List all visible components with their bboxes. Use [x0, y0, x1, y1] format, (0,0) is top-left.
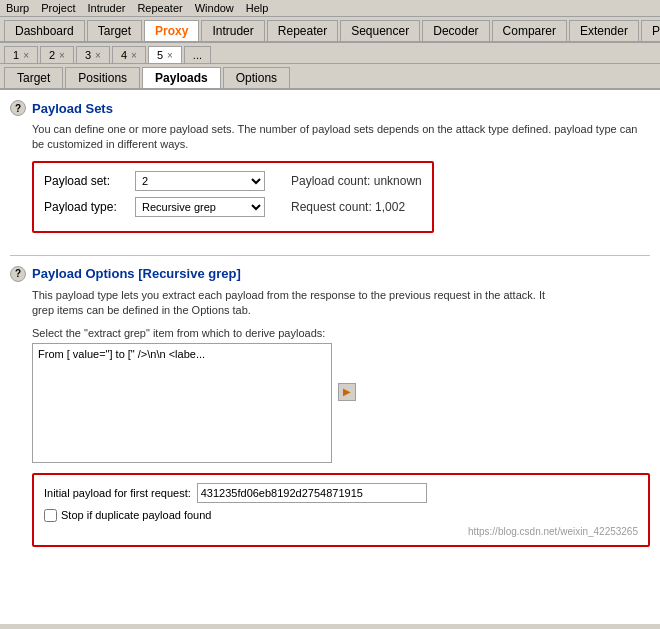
num-tab-bar: 1 × 2 × 3 × 4 × 5 × ... — [0, 43, 660, 64]
top-tab-bar: Dashboard Target Proxy Intruder Repeater… — [0, 17, 660, 43]
extract-row: From [ value="] to [" />\n\n <labe... ▶ — [32, 343, 650, 463]
menu-bar: Burp Project Intruder Repeater Window He… — [0, 0, 660, 17]
payload-set-row: Payload set: 2 1 3 Payload count: unknow… — [44, 171, 422, 191]
payload-type-row: Payload type: Recursive grep Simple list… — [44, 197, 422, 217]
tab-proxy[interactable]: Proxy — [144, 20, 199, 41]
tab-project[interactable]: Project — [641, 20, 660, 41]
num-tab-3-close[interactable]: × — [95, 50, 101, 61]
stop-duplicate-checkbox[interactable] — [44, 509, 57, 522]
payload-set-label: Payload set: — [44, 174, 129, 188]
payload-options-title: Payload Options [Recursive grep] — [32, 266, 241, 281]
payload-sets-help-icon[interactable]: ? — [10, 100, 26, 116]
initial-payload-row: Initial payload for first request: — [44, 483, 638, 503]
num-tab-5-close[interactable]: × — [167, 50, 173, 61]
menu-intruder[interactable]: Intruder — [88, 2, 126, 14]
num-tab-5[interactable]: 5 × — [148, 46, 182, 63]
num-tab-4-label: 4 — [121, 49, 127, 61]
payload-type-select[interactable]: Recursive grep Simple list Runtime file … — [135, 197, 265, 217]
initial-payload-label: Initial payload for first request: — [44, 487, 191, 499]
extract-label: Select the "extract grep" item from whic… — [32, 327, 650, 339]
extract-list[interactable]: From [ value="] to [" />\n\n <labe... — [32, 343, 332, 463]
menu-help[interactable]: Help — [246, 2, 269, 14]
tab-target[interactable]: Target — [87, 20, 142, 41]
tab-decoder[interactable]: Decoder — [422, 20, 489, 41]
num-tab-4-close[interactable]: × — [131, 50, 137, 61]
payload-options-desc-1: This payload type lets you extract each … — [32, 288, 650, 319]
watermark: https://blog.csdn.net/weixin_42253265 — [44, 526, 638, 537]
main-content: ? Payload Sets You can define one or mor… — [0, 90, 660, 624]
initial-payload-box: Initial payload for first request: Stop … — [32, 473, 650, 547]
list-item: From [ value="] to [" />\n\n <labe... — [35, 346, 329, 362]
payload-sets-title: Payload Sets — [32, 101, 113, 116]
payload-sets-form-box: Payload set: 2 1 3 Payload count: unknow… — [32, 161, 434, 233]
num-tab-3-label: 3 — [85, 49, 91, 61]
payload-options-header: ? Payload Options [Recursive grep] — [10, 266, 650, 282]
sub-tab-bar: Target Positions Payloads Options — [0, 64, 660, 90]
extract-arrow-button[interactable]: ▶ — [338, 383, 356, 401]
menu-window[interactable]: Window — [195, 2, 234, 14]
payload-options-help-icon[interactable]: ? — [10, 266, 26, 282]
num-tab-more[interactable]: ... — [184, 46, 211, 63]
tab-comparer[interactable]: Comparer — [492, 20, 567, 41]
menu-project[interactable]: Project — [41, 2, 75, 14]
payload-sets-header: ? Payload Sets — [10, 100, 650, 116]
tab-sequencer[interactable]: Sequencer — [340, 20, 420, 41]
tab-dashboard[interactable]: Dashboard — [4, 20, 85, 41]
menu-repeater[interactable]: Repeater — [137, 2, 182, 14]
section-divider-1 — [10, 255, 650, 256]
payload-options-section: ? Payload Options [Recursive grep] This … — [10, 266, 650, 547]
payload-set-select[interactable]: 2 1 3 — [135, 171, 265, 191]
tab-intruder[interactable]: Intruder — [201, 20, 264, 41]
payload-type-label: Payload type: — [44, 200, 129, 214]
stop-duplicate-row: Stop if duplicate payload found — [44, 509, 638, 522]
menu-burp[interactable]: Burp — [6, 2, 29, 14]
stop-duplicate-label: Stop if duplicate payload found — [61, 509, 211, 521]
num-tab-3[interactable]: 3 × — [76, 46, 110, 63]
sub-tab-target[interactable]: Target — [4, 67, 63, 88]
sub-tab-payloads[interactable]: Payloads — [142, 67, 221, 88]
payload-sets-desc: You can define one or more payload sets.… — [32, 122, 650, 153]
num-tab-1-label: 1 — [13, 49, 19, 61]
sub-tab-positions[interactable]: Positions — [65, 67, 140, 88]
extract-buttons: ▶ — [338, 343, 356, 401]
num-tab-1[interactable]: 1 × — [4, 46, 38, 63]
payload-count-label: Payload count: unknown — [291, 174, 422, 188]
payload-sets-section: ? Payload Sets You can define one or mor… — [10, 100, 650, 241]
request-count-label: Request count: 1,002 — [291, 200, 405, 214]
sub-tab-options[interactable]: Options — [223, 67, 290, 88]
num-tab-5-label: 5 — [157, 49, 163, 61]
num-tab-2[interactable]: 2 × — [40, 46, 74, 63]
num-tab-4[interactable]: 4 × — [112, 46, 146, 63]
num-tab-2-label: 2 — [49, 49, 55, 61]
tab-extender[interactable]: Extender — [569, 20, 639, 41]
initial-payload-input[interactable] — [197, 483, 427, 503]
num-tab-1-close[interactable]: × — [23, 50, 29, 61]
tab-repeater[interactable]: Repeater — [267, 20, 338, 41]
num-tab-2-close[interactable]: × — [59, 50, 65, 61]
